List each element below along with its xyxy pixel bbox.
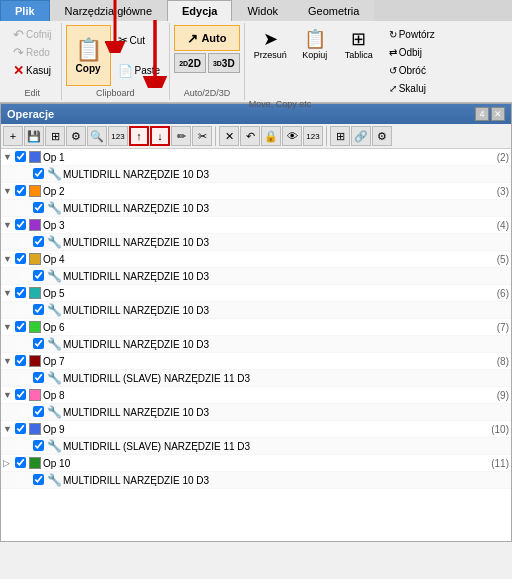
checkbox-op6[interactable] — [15, 321, 29, 334]
checkbox-op3[interactable] — [15, 219, 29, 232]
przesun-icon: ➤ — [263, 28, 278, 50]
toolbar-add[interactable]: + — [3, 126, 23, 146]
checkbox-op2c[interactable] — [33, 202, 47, 215]
checkbox-op4c[interactable] — [33, 270, 47, 283]
checkbox-op4[interactable] — [15, 253, 29, 266]
list-item[interactable]: ▷ 🔧 MULTIDRILL NARZĘDZIE 10 D3 — [1, 404, 511, 421]
checkbox-op9c[interactable] — [33, 440, 47, 453]
checkbox-op7[interactable] — [15, 355, 29, 368]
powt-button[interactable]: ↻ Powtórz — [384, 25, 440, 43]
toolbar-matrix[interactable]: ⊞ — [330, 126, 350, 146]
toolbar-settings[interactable]: ⚙ — [66, 126, 86, 146]
kasuj-button[interactable]: ✕ Kasuj — [8, 61, 57, 79]
checkbox-op1c[interactable] — [33, 168, 47, 181]
op1-num: (2) — [497, 152, 509, 163]
toolbar-edit[interactable]: ✏ — [171, 126, 191, 146]
table-row[interactable]: ▼ Op 8 (9) — [1, 387, 511, 404]
table-row[interactable]: ▷ Op 10 (11) — [1, 455, 511, 472]
3d-button[interactable]: 3D 3D — [208, 53, 240, 73]
pin-button[interactable]: 4 — [475, 107, 489, 121]
toolbar-down[interactable]: ↓ — [150, 126, 170, 146]
checkbox-op9[interactable] — [15, 423, 29, 436]
tab-narzedzia[interactable]: Narzędzia główne — [50, 0, 167, 21]
toolbar-lock[interactable]: 🔒 — [261, 126, 281, 146]
checkbox-op3c[interactable] — [33, 236, 47, 249]
table-row[interactable]: ▼ Op 9 (10) — [1, 421, 511, 438]
table-row[interactable]: ▼ Op 2 (3) — [1, 183, 511, 200]
przesun-button[interactable]: ➤ Przesuń — [249, 25, 292, 77]
checkbox-op5c[interactable] — [33, 304, 47, 317]
op7-num: (8) — [497, 356, 509, 367]
op7c-label: MULTIDRILL (SLAVE) NARZĘDZIE 11 D3 — [63, 373, 509, 384]
list-item[interactable]: ▷ 🔧 MULTIDRILL NARZĘDZIE 10 D3 — [1, 472, 511, 489]
copy-button[interactable]: 📋 Copy — [66, 25, 111, 86]
list-item[interactable]: ▷ 🔧 MULTIDRILL NARZĘDZIE 10 D3 — [1, 336, 511, 353]
drill-icon: 🔧 — [47, 337, 63, 351]
toolbar-num2[interactable]: 123 — [303, 126, 323, 146]
child-expand: ▷ — [21, 475, 33, 485]
list-item[interactable]: ▷ 🔧 MULTIDRILL (SLAVE) NARZĘDZIE 11 D3 — [1, 370, 511, 387]
table-row[interactable]: ▼ Op 3 (4) — [1, 217, 511, 234]
cofnij-button[interactable]: ↶ Cofnij — [8, 25, 57, 43]
checkbox-op5[interactable] — [15, 287, 29, 300]
op6-label: Op 6 — [43, 322, 493, 333]
toolbar-delete[interactable]: ✕ — [219, 126, 239, 146]
color-op5 — [29, 287, 41, 299]
toolbar-num[interactable]: 123 — [108, 126, 128, 146]
toolbar-link[interactable]: 🔗 — [351, 126, 371, 146]
toolbar-config[interactable]: ⚙ — [372, 126, 392, 146]
op5-num: (6) — [497, 288, 509, 299]
table-row[interactable]: ▼ Op 7 (8) — [1, 353, 511, 370]
op5c-label: MULTIDRILL NARZĘDZIE 10 D3 — [63, 305, 509, 316]
table-row[interactable]: ▼ Op 1 (2) — [1, 149, 511, 166]
checkbox-op2[interactable] — [15, 185, 29, 198]
toolbar-sep2 — [326, 126, 327, 146]
checkbox-op8[interactable] — [15, 389, 29, 402]
tablica-button[interactable]: ⊞ Tablica — [338, 25, 380, 77]
toolbar-search[interactable]: 🔍 — [87, 126, 107, 146]
cut-button[interactable]: ✂ Cut — [113, 31, 166, 49]
2d-button[interactable]: 2D 2D — [174, 53, 206, 73]
drill-icon: 🔧 — [47, 405, 63, 419]
toolbar-save[interactable]: 💾 — [24, 126, 44, 146]
checkbox-op1[interactable] — [15, 151, 29, 164]
app-window: Plik Narzędzia główne Edycja Widok Geome… — [0, 0, 512, 579]
kopiuj-button[interactable]: 📋 Kopiuj — [294, 25, 336, 77]
checkbox-op10c[interactable] — [33, 474, 47, 487]
tab-edycja[interactable]: Edycja — [167, 0, 232, 21]
clipboard-label: Clipboard — [66, 86, 166, 98]
obroc-button[interactable]: ↺ Obróć — [384, 61, 440, 79]
toolbar-up[interactable]: ↑ — [129, 126, 149, 146]
tab-widok[interactable]: Widok — [232, 0, 293, 21]
toolbar-cut[interactable]: ✂ — [192, 126, 212, 146]
paste-button[interactable]: 📄 Paste — [113, 62, 166, 80]
odbij-button[interactable]: ⇄ Odbij — [384, 43, 440, 61]
list-item[interactable]: ▷ 🔧 MULTIDRILL (SLAVE) NARZĘDZIE 11 D3 — [1, 438, 511, 455]
redo-button[interactable]: ↷ Redo — [8, 43, 57, 61]
table-row[interactable]: ▼ Op 4 (5) — [1, 251, 511, 268]
list-item[interactable]: ▷ 🔧 MULTIDRILL NARZĘDZIE 10 D3 — [1, 302, 511, 319]
list-item[interactable]: ▷ 🔧 MULTIDRILL NARZĘDZIE 10 D3 — [1, 268, 511, 285]
toolbar-grid[interactable]: ⊞ — [45, 126, 65, 146]
table-row[interactable]: ▼ Op 5 (6) — [1, 285, 511, 302]
skaluj-button[interactable]: ⤢ Skaluj — [384, 79, 440, 97]
op2c-label: MULTIDRILL NARZĘDZIE 10 D3 — [63, 203, 509, 214]
tab-plik[interactable]: Plik — [0, 0, 50, 21]
operacje-list[interactable]: ▼ Op 1 (2) ▷ 🔧 MULTIDRILL NARZĘDZIE 10 D… — [1, 149, 511, 541]
tab-geometria[interactable]: Geometria — [293, 0, 374, 21]
kasuj-icon: ✕ — [13, 63, 24, 78]
checkbox-op6c[interactable] — [33, 338, 47, 351]
list-item[interactable]: ▷ 🔧 MULTIDRILL NARZĘDZIE 10 D3 — [1, 166, 511, 183]
checkbox-op10[interactable] — [15, 457, 29, 470]
op9-label: Op 9 — [43, 424, 487, 435]
toolbar-undo[interactable]: ↶ — [240, 126, 260, 146]
table-row[interactable]: ▼ Op 6 (7) — [1, 319, 511, 336]
auto-button[interactable]: ↗ Auto — [174, 25, 240, 51]
close-button[interactable]: ✕ — [491, 107, 505, 121]
checkbox-op7c[interactable] — [33, 372, 47, 385]
toolbar-vis[interactable]: 👁 — [282, 126, 302, 146]
list-item[interactable]: ▷ 🔧 MULTIDRILL NARZĘDZIE 10 D3 — [1, 234, 511, 251]
list-item[interactable]: ▷ 🔧 MULTIDRILL NARZĘDZIE 10 D3 — [1, 200, 511, 217]
tablica-label: Tablica — [345, 50, 373, 60]
checkbox-op8c[interactable] — [33, 406, 47, 419]
